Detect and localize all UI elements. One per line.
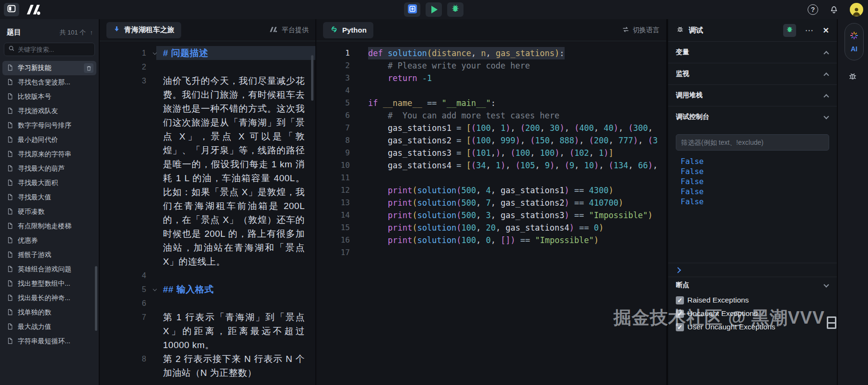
console-value[interactable]: False: [681, 166, 829, 176]
problem-tab[interactable]: 青海湖租车之旅: [106, 22, 181, 38]
sidebar-item[interactable]: 最小趋同代价: [0, 133, 99, 147]
sidebar-item[interactable]: 找单独的数: [0, 305, 99, 320]
sidebar-item[interactable]: 有点限制地走楼梯: [0, 219, 99, 233]
sidebar-item[interactable]: 寻找最大值: [0, 190, 99, 205]
code-line[interactable]: 17: [316, 246, 666, 259]
checkbox-checked-icon[interactable]: ✓: [676, 296, 684, 304]
code-editor[interactable]: 1def solution(distance, n, gas_stations)…: [316, 41, 666, 259]
checkbox-checked-icon[interactable]: ✓: [676, 310, 684, 318]
code-line-number: 4: [316, 84, 350, 97]
breakpoints-header[interactable]: 断点: [668, 277, 837, 293]
trash-icon[interactable]: [84, 63, 93, 73]
code-line[interactable]: 8 gas_stations2 = [(100, 999), (150, 888…: [316, 134, 666, 147]
sidebar-item[interactable]: 英雄组合游戏问题: [0, 262, 99, 277]
console-value[interactable]: False: [681, 176, 829, 187]
switch-language-label: 切换语言: [633, 26, 660, 35]
console-input-row[interactable]: [668, 263, 837, 277]
section-debug-console[interactable]: 调试控制台: [668, 106, 837, 128]
section-call-stack[interactable]: 调用堆栈: [668, 84, 837, 106]
breakpoint-label: Uncaught Exceptions: [687, 309, 757, 318]
console-output[interactable]: FalseFalseFalseFalseFalse: [681, 156, 829, 207]
fold-icon[interactable]: [146, 282, 163, 296]
fold-icon: [146, 268, 163, 282]
switch-language-button[interactable]: 切换语言: [622, 26, 660, 35]
play-icon: [431, 6, 438, 13]
sidebar-item-label: 硬币凑数: [18, 208, 94, 216]
code-text: print(solution(500, 4, gas_stations1) ==…: [368, 184, 613, 197]
code-line[interactable]: 9 gas_stations3 = [(101,), (100, 100), (…: [316, 147, 666, 159]
run-button[interactable]: [426, 2, 442, 17]
code-line[interactable]: 2 # Please write your code here: [316, 59, 666, 72]
code-line[interactable]: 10 gas_stations4 = [(34, 1), (105, 9), (…: [316, 159, 666, 172]
sidebar-item[interactable]: 寻找游戏队友: [0, 104, 99, 118]
sidebar-item[interactable]: 寻找最大的葫芦: [0, 162, 99, 176]
code-line[interactable]: 14 print(solution(500, 3, gas_stations3)…: [316, 209, 666, 222]
sidebar-item-label: 学习新技能: [18, 64, 80, 72]
ai-assistant-button[interactable]: AI: [845, 23, 864, 60]
app-logo[interactable]: [25, 4, 43, 17]
console-value[interactable]: False: [681, 156, 829, 166]
sidebar-scrollbar[interactable]: [95, 266, 97, 331]
user-avatar[interactable]: [850, 3, 863, 16]
sidebar-item[interactable]: 硬币凑数: [0, 205, 99, 219]
sidebar-item[interactable]: 字符串最短循环...: [0, 334, 99, 349]
doc-text: 第 2 行表示接下来 N 行表示 N 个加油站（N 为正整数）: [163, 352, 305, 380]
sidebar-item[interactable]: 数字字母问号排序: [0, 118, 99, 133]
console-filter-box[interactable]: [676, 134, 829, 151]
code-line[interactable]: 4: [316, 84, 666, 97]
debug-run-button[interactable]: [447, 2, 463, 17]
section-variables[interactable]: 变量: [668, 41, 837, 63]
sidebar-toggle-button[interactable]: [4, 3, 19, 16]
sidebar-item[interactable]: 比较版本号: [0, 90, 99, 104]
code-text: return -1: [368, 72, 432, 84]
help-button[interactable]: ?: [808, 4, 818, 15]
code-line[interactable]: 13 print(solution(500, 7, gas_stations2)…: [316, 197, 666, 209]
breakpoints-list: ✓Raised Exceptions✓Uncaught Exceptions✓U…: [668, 293, 837, 334]
doc-line: 7第 1 行表示「青海湖」到「景点 X」的距离，距离最远不超过 10000 km…: [100, 310, 315, 352]
code-line[interactable]: 6 # You can add more test cases here: [316, 109, 666, 122]
code-line[interactable]: 11: [316, 172, 666, 184]
collapse-arrow-icon[interactable]: ↑: [90, 29, 93, 36]
problem-scrollbar[interactable]: [311, 55, 313, 101]
notifications-button[interactable]: [829, 3, 839, 16]
language-tab-python[interactable]: Python: [323, 22, 373, 38]
doc-text: [163, 60, 305, 74]
sidebar-item[interactable]: 找出整型数组中...: [0, 277, 99, 291]
section-watch[interactable]: 监视: [668, 63, 837, 84]
sidebar-item[interactable]: 摇骰子游戏: [0, 248, 99, 262]
code-line[interactable]: 3 return -1: [316, 72, 666, 84]
breakpoint-row[interactable]: ✓Uncaught Exceptions: [668, 307, 837, 320]
sidebar-item[interactable]: 寻找原来的字符串: [0, 147, 99, 162]
doc-line-number: 1: [100, 46, 146, 60]
sidebar-item[interactable]: 学习新技能: [2, 61, 96, 75]
breakpoint-row[interactable]: ✓Raised Exceptions: [668, 293, 837, 307]
code-line[interactable]: 12 print(solution(500, 4, gas_stations1)…: [316, 184, 666, 197]
problem-document[interactable]: 1# 问题描述23油价飞升的今天，我们尽量减少花费。我们出门旅游，有时候租车去旅…: [100, 41, 315, 380]
insert-snippet-button[interactable]: [404, 2, 420, 17]
fold-icon[interactable]: [146, 46, 163, 60]
code-line-number: 17: [316, 246, 350, 259]
sidebar-item[interactable]: 找出最长的神奇...: [0, 291, 99, 305]
checkbox-checked-icon[interactable]: ✓: [676, 323, 684, 331]
code-line[interactable]: 7 gas_stations1 = [(100, 1), (200, 30), …: [316, 122, 666, 134]
sidebar-item[interactable]: 最大战力值: [0, 320, 99, 334]
breakpoint-row[interactable]: ✓User Uncaught Exceptions: [668, 320, 837, 334]
sidebar-item[interactable]: 寻找最大面积: [0, 176, 99, 190]
search-input[interactable]: [18, 46, 85, 53]
breakpoint-label: Raised Exceptions: [687, 296, 749, 304]
more-actions-button[interactable]: ⋯: [805, 25, 814, 35]
code-line[interactable]: 15 print(solution(100, 20, gas_stations4…: [316, 222, 666, 234]
sidebar-item[interactable]: 优惠券: [0, 233, 99, 248]
debug-rail-button[interactable]: [847, 71, 858, 83]
console-value[interactable]: False: [681, 187, 829, 197]
console-value[interactable]: False: [681, 197, 829, 207]
code-text: def solution(distance, n, gas_stations):: [368, 47, 565, 59]
close-debug-button[interactable]: ✕: [823, 26, 829, 35]
code-line[interactable]: 1def solution(distance, n, gas_stations)…: [316, 47, 666, 59]
sidebar-item[interactable]: 寻找包含斐波那...: [0, 75, 99, 90]
code-line[interactable]: 5if __name__ == "__main__":: [316, 97, 666, 109]
console-filter-input[interactable]: [681, 139, 824, 146]
debug-active-bug-button[interactable]: [783, 24, 796, 37]
search-box[interactable]: [4, 43, 95, 56]
code-line[interactable]: 16 print(solution(100, 0, []) == "Imposs…: [316, 234, 666, 246]
